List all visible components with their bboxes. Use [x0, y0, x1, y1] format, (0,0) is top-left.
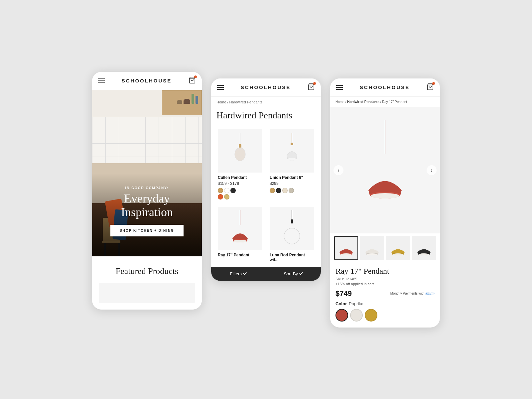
product-name-luna: Luna Rod Pendant wit... — [270, 253, 314, 262]
hero-subtitle: IN GOOD COMPANY: — [99, 186, 195, 190]
product-info: Ray 17" Pendant SKU: 121485 +15% off app… — [330, 263, 440, 328]
header-home: SCHOOLHOUSE — [92, 72, 202, 90]
featured-section: Featured Products — [92, 256, 202, 310]
breadcrumb-home[interactable]: Home — [216, 100, 226, 104]
filters-chevron — [243, 271, 247, 275]
menu-icon[interactable] — [98, 78, 105, 83]
product-name-cullen: Cullen Pendant — [218, 175, 262, 180]
product-detail-name: Ray 17" Pendant — [335, 267, 435, 276]
phone-home: SCHOOLHOUSE — [92, 72, 202, 310]
phone-category: SCHOOLHOUSE Home / Hardwired Pendants Ha… — [211, 78, 321, 281]
swatch-brass[interactable] — [365, 309, 377, 322]
product-img-ray — [218, 207, 262, 250]
cart-badge — [194, 75, 197, 78]
cart-button[interactable] — [189, 76, 196, 85]
product-price-union: $299 — [270, 181, 314, 186]
cart-button-cat[interactable] — [308, 83, 315, 92]
swatch[interactable] — [289, 188, 294, 193]
thumbnail-row — [330, 233, 440, 263]
screen-container: SCHOOLHOUSE — [79, 52, 453, 347]
sort-chevron — [299, 271, 303, 275]
swatch[interactable] — [230, 188, 236, 193]
price-row: $749 Monthly Payments with affirm — [335, 289, 435, 298]
color-label-row: Color Paprika — [335, 301, 435, 306]
product-main-image: ‹ › — [330, 107, 440, 233]
featured-title: Featured Products — [99, 266, 195, 276]
product-img-cullen — [218, 129, 262, 173]
breadcrumb-product-prod: Ray 17" Pendant — [382, 100, 407, 104]
svg-point-7 — [288, 158, 296, 161]
phone-product: SCHOOLHOUSE Home / Hardwired Pendants / … — [330, 78, 440, 328]
color-swatches-large — [335, 309, 435, 324]
product-card-luna[interactable]: Luna Rod Pendant wit... — [266, 203, 318, 267]
brand-name-cat: SCHOOLHOUSE — [241, 84, 291, 90]
product-card-ray[interactable]: Ray 17" Pendant — [214, 203, 266, 267]
product-discount: +15% off applied in cart — [335, 282, 435, 286]
brand-name-prod: SCHOOLHOUSE — [360, 84, 410, 90]
cart-badge-prod — [432, 82, 435, 85]
breadcrumb-category: Hardwired Pendants — [229, 100, 263, 104]
filters-button[interactable]: Filters — [211, 267, 266, 281]
cart-button-prod[interactable] — [427, 83, 434, 92]
svg-point-20 — [341, 253, 351, 255]
thumb-white[interactable] — [360, 236, 384, 260]
swatch[interactable] — [224, 188, 229, 193]
brand-name: SCHOOLHOUSE — [122, 78, 172, 83]
swatch[interactable] — [282, 188, 288, 193]
swatch[interactable] — [218, 188, 223, 193]
product-card-union[interactable]: Union Pendant 6" $299 — [266, 126, 318, 203]
swatch-paprika[interactable] — [335, 309, 348, 322]
hero-title: Everyday Inspiration — [99, 192, 195, 219]
affirm-brand: affirm — [425, 292, 435, 295]
thumb-brass[interactable] — [386, 236, 410, 260]
svg-point-18 — [371, 193, 399, 199]
product-price-cullen: $159 - $179 — [218, 181, 262, 186]
swatches-cullen-2 — [218, 194, 262, 200]
swatch[interactable] — [218, 194, 223, 200]
product-sku: SKU: 121485 — [335, 277, 435, 281]
header-category: SCHOOLHOUSE — [211, 78, 321, 97]
color-value: Paprika — [349, 301, 363, 306]
swatches-cullen — [218, 188, 262, 193]
svg-point-22 — [367, 253, 377, 255]
product-detail-price: $749 — [335, 289, 352, 298]
product-grid: Cullen Pendant $159 - $179 — [211, 126, 321, 267]
next-image-button[interactable]: › — [427, 165, 437, 175]
svg-rect-6 — [291, 143, 293, 145]
header-product: SCHOOLHOUSE — [330, 78, 440, 97]
hero-cta-button[interactable]: SHOP KITCHEN + DINING — [110, 225, 184, 236]
featured-placeholder — [99, 283, 195, 303]
sort-button[interactable]: Sort By — [266, 267, 321, 281]
swatch[interactable] — [270, 188, 275, 193]
prev-image-button[interactable]: ‹ — [333, 165, 343, 175]
product-name-union: Union Pendant 6" — [270, 175, 314, 180]
swatches-union — [270, 188, 314, 193]
thumb-black[interactable] — [412, 236, 436, 260]
hero-section: IN GOOD COMPANY: Everyday Inspiration SH… — [92, 90, 202, 256]
svg-point-4 — [235, 148, 245, 161]
breadcrumb-home-prod[interactable]: Home — [335, 100, 344, 104]
color-label: Color — [335, 301, 347, 306]
breadcrumb-prod: Home / Hardwired Pendants / Ray 17" Pend… — [330, 97, 440, 107]
menu-icon-prod[interactable] — [336, 85, 343, 90]
svg-rect-12 — [291, 219, 293, 223]
affirm-text: Monthly Payments with affirm — [390, 292, 435, 295]
svg-point-24 — [393, 253, 403, 255]
bottom-bar: Filters Sort By — [211, 267, 321, 281]
breadcrumb-cat-prod[interactable]: Hardwired Pendants — [347, 100, 379, 104]
category-title: Hardwired Pendants — [211, 107, 321, 126]
swatch-white[interactable] — [350, 309, 363, 322]
product-img-luna — [270, 207, 314, 250]
ray-pendant-large — [362, 120, 408, 220]
product-card-cullen[interactable]: Cullen Pendant $159 - $179 — [214, 126, 266, 203]
svg-point-26 — [419, 253, 429, 255]
hero-text: IN GOOD COMPANY: Everyday Inspiration SH… — [92, 186, 202, 236]
cart-badge-cat — [313, 82, 316, 85]
product-name-ray: Ray 17" Pendant — [218, 253, 262, 257]
thumb-paprika[interactable] — [334, 236, 358, 260]
swatch[interactable] — [224, 194, 229, 200]
swatch[interactable] — [276, 188, 281, 193]
product-img-union — [270, 129, 314, 173]
breadcrumb-cat: Home / Hardwired Pendants — [211, 97, 321, 107]
menu-icon-cat[interactable] — [217, 85, 224, 90]
